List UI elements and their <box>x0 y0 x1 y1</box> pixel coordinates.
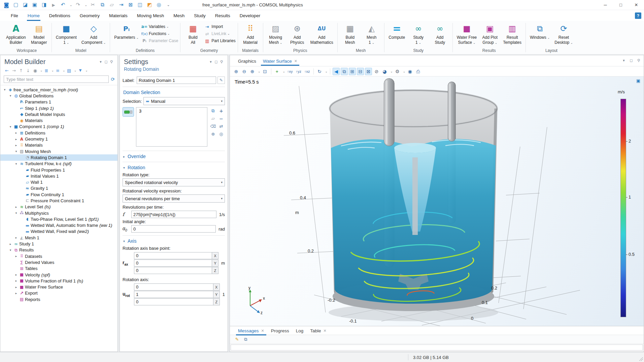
delete-icon[interactable]: ⊠ <box>127 1 134 9</box>
mesh1-icon[interactable]: ◭ <box>366 23 377 34</box>
import-icon[interactable]: ⇥ <box>204 24 210 29</box>
sound-icon[interactable]: ◀ <box>333 68 340 75</box>
print-icon[interactable]: ⎙ <box>414 68 421 75</box>
ribbon-tab-definitions[interactable]: Definitions <box>44 11 75 21</box>
tab-log[interactable]: Log <box>293 326 307 335</box>
coordinate-input[interactable]: 0 <box>134 283 213 291</box>
minimize-button[interactable]: ─ <box>598 0 613 10</box>
remove-icon[interactable]: − <box>217 115 225 122</box>
copy-table-icon[interactable]: ⧉ <box>243 336 249 342</box>
expand-icon[interactable]: ≣ <box>43 67 50 73</box>
tree-item-wetted-wall-fixed-wall[interactable]: ▬Wetted Wall, Fixed wall(ww2) <box>0 229 117 235</box>
tree-item-tables[interactable]: ⊞Tables <box>0 266 117 272</box>
tree-item-study-1[interactable]: ▸∞Study 1 <box>0 241 117 247</box>
pin-icon[interactable]: ⚲ <box>219 59 224 65</box>
tree-item-mesh-1[interactable]: ▸◭Mesh 1 <box>0 235 117 241</box>
coordinate-input[interactable]: 0 <box>134 267 212 274</box>
ribbon-tab-developer[interactable]: Developer <box>235 11 265 21</box>
section-rotation[interactable]: Rotation <box>128 165 145 170</box>
water-free-surface-button[interactable]: ■Water FreeSurface⌄ <box>455 22 479 46</box>
tree-expander[interactable]: ▸ <box>14 285 19 289</box>
build-all-button[interactable]: ▦BuildAll <box>182 22 203 46</box>
annotation-icon[interactable]: ✎ <box>234 336 240 342</box>
add-physics-icon[interactable]: ⊛ <box>292 23 303 34</box>
view-xy-button[interactable]: ↑xy <box>286 69 294 74</box>
tree-item-datasets[interactable]: ▸⠿Datasets <box>0 253 117 259</box>
part-libraries-button[interactable]: ▥Part Libraries <box>204 38 235 43</box>
tree-item-wetted-wall-automatic-from-frame[interactable]: ▬Wetted Wall, Automatic from frame(ww 1) <box>0 222 117 229</box>
messages-content[interactable] <box>231 344 643 351</box>
build-all-icon[interactable]: ▦ <box>188 23 198 34</box>
rotation-type-dropdown[interactable]: Specified rotational velocity▾ <box>123 178 225 186</box>
compute-icon[interactable]: = <box>392 23 402 34</box>
pin-icon[interactable]: ⚲ <box>636 58 641 63</box>
active-selection-toggle[interactable] <box>123 107 134 117</box>
tree-item-materials[interactable]: ▸⠿Materials <box>0 142 117 148</box>
duplicate-icon[interactable]: ⇥ <box>117 1 125 9</box>
livelink-icon[interactable]: ⇄ <box>204 31 210 36</box>
section-override[interactable]: Override <box>128 154 146 159</box>
color-theme-icon[interactable]: ◕ <box>381 68 388 75</box>
study-1-button[interactable]: ∞Study1⌄ <box>408 22 429 46</box>
pin-icon[interactable]: ⚲ <box>109 59 114 65</box>
tree-expander[interactable]: ▸ <box>14 205 19 209</box>
tree-item-moving-mesh[interactable]: ▾▨Moving Mesh <box>0 148 117 154</box>
component-1-button[interactable]: ■Component1⌄ <box>54 22 79 46</box>
add-component-icon[interactable]: ◇ <box>88 23 99 34</box>
ribbon-tab-home[interactable]: Home <box>23 11 44 21</box>
tree-expander[interactable]: ▾ <box>8 125 13 128</box>
label-input[interactable]: Rotating Domain 1 <box>137 77 216 84</box>
collapse-icon[interactable]: ≡ <box>55 67 61 73</box>
dropdown-caret[interactable]: ⌄ <box>63 69 65 72</box>
dropdown-caret[interactable]: ⌄ <box>52 69 54 72</box>
parameters-button[interactable]: PᵢParameters⌄ <box>112 22 141 41</box>
tree-item-export[interactable]: ▸↗Export <box>0 290 117 296</box>
model-manager-icon[interactable]: ▤ <box>34 23 44 34</box>
build-mesh-icon[interactable]: ▦ <box>345 23 355 34</box>
zoom-box-icon[interactable]: ⊕ <box>249 68 256 75</box>
component-icon[interactable]: ■ <box>61 23 72 34</box>
tree-expander[interactable]: ▸ <box>14 254 19 258</box>
dropdown-caret[interactable]: ⌄ <box>325 70 328 73</box>
axis-z-button[interactable]: Z <box>212 267 218 274</box>
add-study-icon[interactable]: ∞ <box>435 23 445 34</box>
tree-expander[interactable]: ▸ <box>14 144 19 147</box>
select-icon[interactable]: ◫ <box>136 1 144 9</box>
result-templates-icon[interactable]: ▥ <box>507 23 518 34</box>
comsol-logo[interactable]: ◙ <box>3 1 10 9</box>
redo-icon[interactable]: ↷ <box>74 1 82 9</box>
tree-item-reports[interactable]: ▤Reports <box>0 296 117 302</box>
tree-item-flow-continuity-1[interactable]: ▰Flow Continuity 1 <box>0 191 117 198</box>
save-icon[interactable]: ▣ <box>31 1 38 9</box>
copy-icon[interactable]: ⧉ <box>209 107 217 114</box>
back-icon[interactable]: ← <box>4 67 10 73</box>
add-math-icon[interactable]: ΔU <box>316 23 327 34</box>
tree-item-step-1[interactable]: ⌐Step 1(step 1) <box>0 105 117 111</box>
coordinate-input[interactable]: 0 <box>134 252 212 259</box>
tree-expander[interactable]: ▸ <box>8 242 13 246</box>
filter-icon[interactable]: ▼ <box>77 67 83 73</box>
result-templates-button[interactable]: ▥ResultTemplates <box>501 22 523 46</box>
dropdown-caret[interactable]: ⌄ <box>390 70 393 73</box>
ribbon-tab-file[interactable]: File <box>6 11 23 21</box>
zoom-extents-icon[interactable]: ⊡ <box>262 68 269 75</box>
chevron-down-icon[interactable]: ▾ <box>208 59 213 65</box>
tree-expander[interactable]: ▸ <box>14 131 19 134</box>
windows-icon[interactable]: ⧉ <box>535 23 545 34</box>
tree-item-rotating-domain-1[interactable]: ◔Rotating Domain 1 <box>0 154 117 160</box>
tree-expander[interactable]: ▾ <box>8 94 13 97</box>
add-physics-button[interactable]: ⊛AddPhysics <box>287 22 308 46</box>
tree-item-definitions[interactable]: ▸≡Definitions <box>0 130 117 136</box>
dropdown-caret[interactable]: ⌄ <box>283 70 285 73</box>
axis-y-button[interactable]: Y <box>213 291 220 298</box>
tree-expander[interactable]: ▸ <box>14 273 19 276</box>
ribbon-tab-mesh[interactable]: Mesh <box>169 11 189 21</box>
water-surface-icon[interactable]: ■ <box>462 23 472 34</box>
scene-light-icon[interactable]: ⊟ <box>357 68 364 75</box>
ribbon-tab-materials[interactable]: Materials <box>104 11 132 21</box>
study-icon[interactable]: ∞ <box>413 23 424 34</box>
selection-list[interactable]: 3 <box>136 107 207 147</box>
dropdown-caret[interactable]: ⌄ <box>85 69 88 72</box>
paste-icon[interactable]: ▱ <box>209 115 217 122</box>
find-icon[interactable]: ◎ <box>155 1 163 9</box>
